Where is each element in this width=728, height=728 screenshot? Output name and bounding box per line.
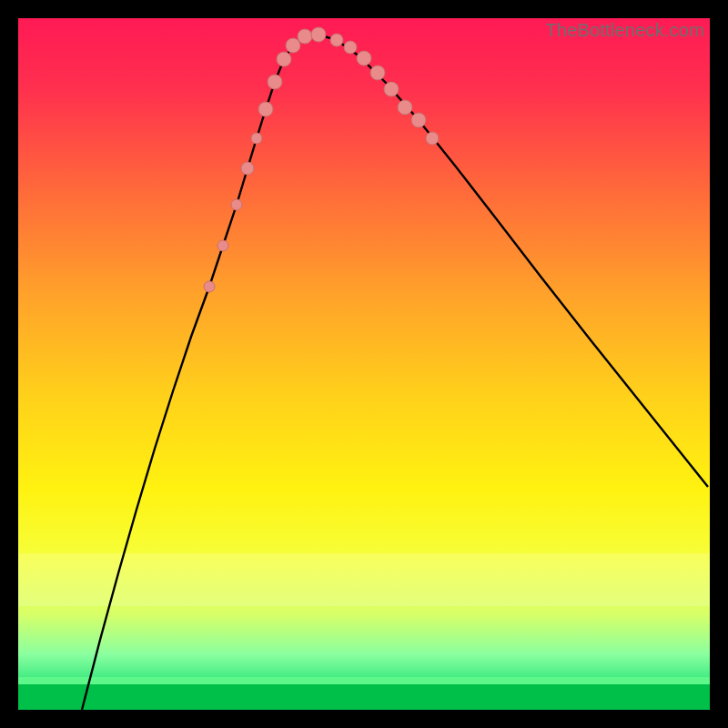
curve-marker — [286, 38, 300, 53]
curve-marker — [370, 66, 385, 80]
curve-marker — [241, 162, 254, 175]
curve-marker — [251, 133, 262, 144]
curve-marker — [298, 29, 312, 44]
curve-marker — [344, 41, 357, 54]
curve-marker — [258, 102, 273, 116]
watermark-text: TheBottleneck.com — [545, 20, 704, 41]
curve-marker — [330, 34, 343, 46]
curve-marker — [204, 281, 215, 292]
curve-marker — [311, 27, 326, 42]
green-band — [18, 681, 710, 710]
curve-marker — [411, 113, 426, 127]
curve-marker — [268, 75, 282, 89]
curve-marker — [357, 51, 371, 66]
curve-marker — [277, 52, 291, 66]
curve-marker — [231, 199, 242, 210]
curve-marker — [384, 82, 399, 96]
chart-frame: TheBottleneck.com — [18, 18, 710, 710]
curve-marker — [217, 240, 228, 251]
curve-marker — [398, 100, 412, 115]
curve-marker — [426, 132, 439, 145]
green-band-highlight — [18, 677, 710, 684]
bottleneck-plot — [18, 18, 710, 710]
